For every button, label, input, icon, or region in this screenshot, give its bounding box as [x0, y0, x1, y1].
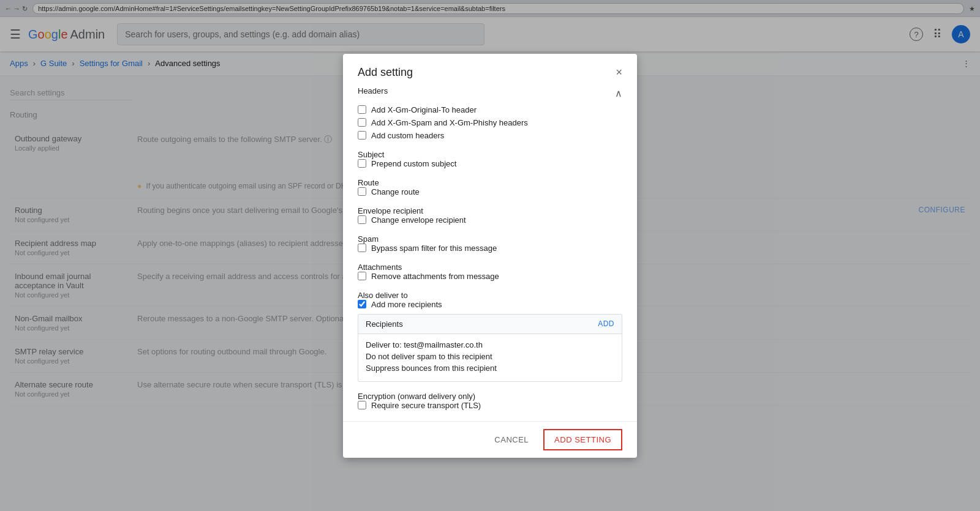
checkbox-require-tls[interactable]: Require secure transport (TLS) — [358, 401, 622, 410]
modal-body[interactable]: Headers ∧ Add X-Gm-Original-To header Ad… — [343, 86, 637, 416]
recipients-label: Recipients — [366, 319, 403, 329]
attachments-section: Attachments Remove attachments from mess… — [358, 263, 622, 281]
spam-section-title: Spam — [358, 234, 379, 244]
headers-section: Headers ∧ Add X-Gm-Original-To header Ad… — [358, 86, 622, 140]
checkbox-xgm-spam-input[interactable] — [358, 118, 366, 127]
attachments-section-title: Attachments — [358, 263, 402, 272]
checkbox-xgm-original-label: Add X-Gm-Original-To header — [371, 105, 477, 114]
route-section-title: Route — [358, 178, 379, 187]
encryption-section: Encryption (onward delivery only) Requir… — [358, 392, 622, 410]
envelope-section-title: Envelope recipient — [358, 206, 423, 215]
checkbox-change-route[interactable]: Change route — [358, 187, 622, 196]
checkbox-custom-headers-label: Add custom headers — [371, 131, 444, 140]
checkbox-xgm-spam-label: Add X-Gm-Spam and X-Gm-Phishy headers — [371, 118, 528, 127]
checkbox-change-envelope[interactable]: Change envelope recipient — [358, 215, 622, 225]
also-deliver-section-title: Also deliver to — [358, 291, 408, 300]
checkbox-add-recipients-input[interactable] — [358, 300, 366, 308]
add-setting-modal: Add setting × Headers ∧ Add X-Gm-Origina… — [343, 54, 637, 416]
checkbox-remove-attachments-label: Remove attachments from message — [371, 272, 499, 281]
subject-section-title: Subject — [358, 150, 384, 159]
recipients-table-header: Recipients ADD — [358, 315, 622, 334]
recipient-row: Suppress bounces from this recipient — [366, 364, 614, 373]
checkbox-xgm-spam[interactable]: Add X-Gm-Spam and X-Gm-Phishy headers — [358, 118, 622, 127]
recipients-add-button[interactable]: ADD — [598, 319, 614, 328]
headers-section-title: Headers — [358, 86, 388, 95]
also-deliver-section: Also deliver to Add more recipients Reci… — [358, 291, 622, 382]
checkbox-bypass-spam[interactable]: Bypass spam filter for this message — [358, 244, 622, 253]
route-section: Route Change route — [358, 178, 622, 196]
headers-section-header: Headers ∧ — [358, 86, 622, 100]
modal-title: Add setting — [358, 66, 413, 79]
checkbox-bypass-spam-input[interactable] — [358, 244, 366, 252]
modal-header: Add setting × — [343, 54, 637, 86]
recipient-row: Deliver to: test@mailmaster.co.th — [366, 340, 614, 349]
subject-section: Subject Prepend custom subject — [358, 150, 622, 168]
checkbox-custom-headers-input[interactable] — [358, 131, 366, 140]
checkbox-prepend-subject-input[interactable] — [358, 159, 366, 168]
modal-overlay: Add setting × Headers ∧ Add X-Gm-Origina… — [0, 0, 980, 416]
checkbox-xgm-original-input[interactable] — [358, 105, 366, 114]
recipient-row: Do not deliver spam to this recipient — [366, 352, 614, 361]
checkbox-change-envelope-label: Change envelope recipient — [371, 215, 466, 225]
encryption-section-title: Encryption (onward delivery only) — [358, 392, 475, 401]
spam-section: Spam Bypass spam filter for this message — [358, 234, 622, 253]
checkbox-prepend-subject[interactable]: Prepend custom subject — [358, 159, 622, 168]
checkbox-require-tls-input[interactable] — [358, 401, 366, 409]
checkbox-change-envelope-input[interactable] — [358, 215, 366, 224]
checkbox-change-route-label: Change route — [371, 187, 420, 196]
envelope-section: Envelope recipient Change envelope recip… — [358, 206, 622, 225]
checkbox-change-route-input[interactable] — [358, 187, 366, 196]
checkbox-bypass-spam-label: Bypass spam filter for this message — [371, 244, 497, 253]
checkbox-xgm-original[interactable]: Add X-Gm-Original-To header — [358, 105, 622, 114]
checkbox-custom-headers[interactable]: Add custom headers — [358, 131, 622, 140]
checkbox-prepend-subject-label: Prepend custom subject — [371, 159, 456, 168]
checkbox-remove-attachments-input[interactable] — [358, 272, 366, 280]
checkbox-add-recipients-label: Add more recipients — [371, 300, 442, 309]
collapse-headers-icon[interactable]: ∧ — [615, 88, 622, 99]
checkbox-add-recipients[interactable]: Add more recipients — [358, 300, 622, 309]
checkbox-require-tls-label: Require secure transport (TLS) — [371, 401, 481, 410]
recipients-table: Recipients ADD Deliver to: test@mailmast… — [358, 314, 622, 382]
recipients-body: Deliver to: test@mailmaster.co.th Do not… — [358, 334, 622, 381]
modal-close-button[interactable]: × — [616, 66, 622, 79]
checkbox-remove-attachments[interactable]: Remove attachments from message — [358, 272, 622, 281]
